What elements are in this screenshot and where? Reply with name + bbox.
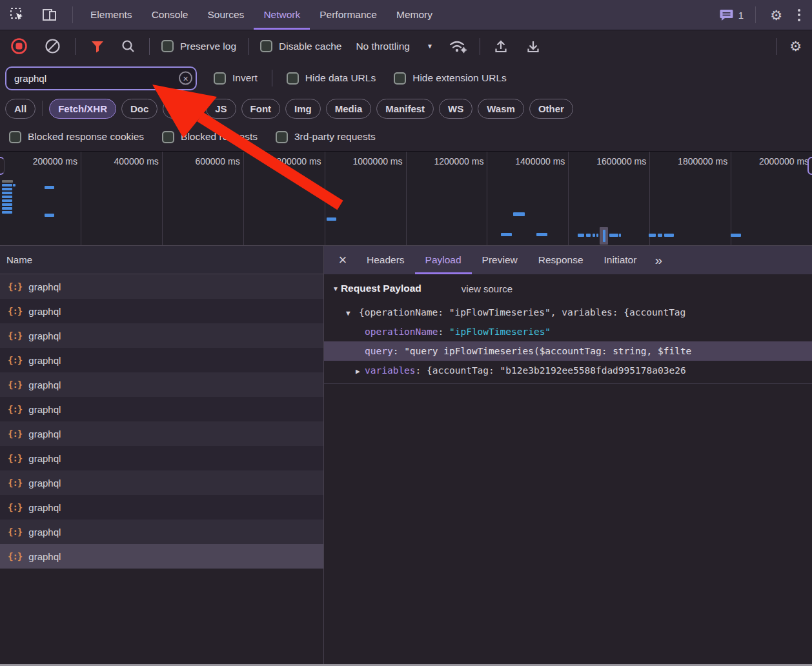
waterfall-bar[interactable]: [2, 184, 12, 187]
import-har-icon[interactable]: [493, 39, 509, 54]
type-chip-doc[interactable]: Doc: [121, 99, 157, 119]
throttling-dropdown-arrow-icon[interactable]: ▼: [427, 43, 433, 50]
query-row-highlighted[interactable]: query: "query ipFlowTimeseries($accountT…: [324, 341, 812, 361]
waterfall-bar[interactable]: [2, 207, 12, 210]
waterfall-bar[interactable]: [513, 212, 525, 216]
waterfall-bar[interactable]: [593, 234, 595, 237]
blocked-response-cookies-checkbox[interactable]: [9, 131, 21, 143]
timeline-left-grip[interactable]: [0, 157, 5, 175]
waterfall-bar[interactable]: [619, 234, 621, 237]
section-caret-icon[interactable]: ▼: [332, 285, 339, 292]
payload-root-row[interactable]: ▼{operationName: "ipFlowTimeseries", var…: [324, 303, 812, 322]
network-conditions-icon[interactable]: [449, 38, 469, 55]
settings-gear-icon[interactable]: ⚙: [770, 8, 782, 22]
type-chip-font[interactable]: Font: [241, 99, 280, 119]
request-row-graphql-9[interactable]: {:}graphql: [0, 470, 323, 495]
type-chip-manifest[interactable]: Manifest: [376, 99, 434, 119]
waterfall-bar[interactable]: [578, 234, 584, 237]
waterfall-bar[interactable]: [731, 234, 741, 237]
detail-tab-payload[interactable]: Payload: [415, 246, 472, 274]
inspect-element-icon[interactable]: [9, 6, 26, 23]
tab-console[interactable]: Console: [142, 0, 198, 30]
filter-input[interactable]: [5, 66, 197, 90]
request-row-graphql-4[interactable]: {:}graphql: [0, 348, 323, 372]
type-chip-all[interactable]: All: [5, 99, 36, 119]
clear-filter-icon[interactable]: ×: [179, 72, 192, 85]
invert-checkbox[interactable]: [214, 72, 226, 85]
filter-funnel-icon[interactable]: [90, 39, 105, 54]
waterfall-bar[interactable]: [609, 234, 618, 237]
waterfall-bar[interactable]: [45, 186, 54, 189]
waterfall-bar[interactable]: [2, 180, 13, 183]
type-chip-css[interactable]: CSS: [163, 99, 201, 119]
clear-network-log-button[interactable]: [45, 38, 61, 54]
waterfall-bar[interactable]: [2, 188, 12, 190]
waterfall-bar[interactable]: [2, 203, 12, 206]
waterfall-bar[interactable]: [2, 199, 12, 202]
blocked-requests-checkbox[interactable]: [162, 131, 174, 143]
request-row-graphql-8[interactable]: {:}graphql: [0, 446, 323, 470]
waterfall-bar[interactable]: [658, 234, 662, 237]
detail-tab-initiator[interactable]: Initiator: [594, 246, 647, 274]
waterfall-bar[interactable]: [649, 234, 656, 237]
detail-tab-preview[interactable]: Preview: [472, 246, 528, 274]
preserve-log-checkbox[interactable]: [161, 40, 174, 52]
more-options-icon[interactable]: [798, 9, 800, 21]
request-payload-section-header[interactable]: ▼ Request Payload view source: [324, 274, 812, 303]
waterfall-bar[interactable]: [45, 214, 54, 217]
waterfall-bar[interactable]: [596, 234, 598, 237]
detail-tab-response[interactable]: Response: [528, 246, 594, 274]
type-chip-img[interactable]: Img: [285, 99, 321, 119]
export-har-icon[interactable]: [525, 39, 541, 54]
waterfall-bar[interactable]: [327, 217, 336, 221]
request-row-graphql-12[interactable]: {:}graphql: [0, 544, 323, 569]
more-detail-tabs-icon[interactable]: »: [655, 246, 662, 274]
device-toolbar-icon[interactable]: [41, 6, 58, 23]
waterfall-bar[interactable]: [586, 234, 591, 237]
type-chip-ws[interactable]: WS: [439, 99, 472, 119]
3rd-party-requests-checkbox[interactable]: [276, 131, 288, 143]
search-icon[interactable]: [121, 39, 136, 54]
type-chip-js[interactable]: JS: [206, 99, 236, 119]
network-settings-gear-icon[interactable]: ⚙: [789, 39, 802, 53]
network-overview-timeline[interactable]: 200000 ms400000 ms600000 ms800000 ms1000…: [0, 151, 812, 246]
waterfall-bar[interactable]: [603, 230, 605, 242]
request-row-graphql-10[interactable]: {:}graphql: [0, 495, 323, 520]
type-chip-fetch-xhr[interactable]: Fetch/XHR: [49, 99, 116, 119]
request-row-graphql-6[interactable]: {:}graphql: [0, 397, 323, 421]
caret-right-icon[interactable]: ▶: [356, 362, 365, 380]
request-row-graphql-2[interactable]: {:}graphql: [0, 299, 323, 323]
waterfall-bar[interactable]: [501, 233, 512, 236]
hide-data-urls-checkbox[interactable]: [287, 72, 299, 85]
waterfall-bar[interactable]: [536, 233, 547, 236]
request-row-graphql-7[interactable]: {:}graphql: [0, 421, 323, 446]
timeline-right-grip[interactable]: [807, 157, 812, 175]
waterfall-bar[interactable]: [2, 211, 12, 214]
caret-down-icon[interactable]: ▼: [346, 304, 359, 322]
operation-name-row[interactable]: operationName: "ipFlowTimeseries": [324, 322, 812, 341]
name-column-header[interactable]: Name: [0, 246, 323, 274]
throttling-select[interactable]: No throttling: [356, 41, 410, 52]
type-chip-other[interactable]: Other: [529, 99, 573, 119]
waterfall-bar[interactable]: [2, 192, 12, 194]
request-row-graphql-3[interactable]: {:}graphql: [0, 323, 323, 348]
waterfall-bar[interactable]: [664, 234, 674, 237]
tab-network[interactable]: Network: [254, 0, 310, 30]
hide-extension-urls-checkbox[interactable]: [394, 72, 406, 85]
request-row-graphql-5[interactable]: {:}graphql: [0, 372, 323, 397]
tab-elements[interactable]: Elements: [81, 0, 142, 30]
close-details-icon[interactable]: ×: [332, 246, 354, 274]
tab-memory[interactable]: Memory: [387, 0, 442, 30]
waterfall-bar[interactable]: [2, 196, 12, 198]
disable-cache-checkbox[interactable]: [260, 40, 272, 52]
waterfall-bar[interactable]: [13, 184, 15, 187]
record-button[interactable]: [10, 37, 28, 55]
type-chip-media[interactable]: Media: [326, 99, 372, 119]
variables-row[interactable]: ▶variables: {accountTag: "b12e3b2192ee55…: [324, 361, 812, 380]
request-row-graphql-1[interactable]: {:}graphql: [0, 274, 323, 299]
type-chip-wasm[interactable]: Wasm: [478, 99, 524, 119]
tab-performance[interactable]: Performance: [310, 0, 387, 30]
issues-counter[interactable]: 1: [720, 9, 744, 21]
view-source-link[interactable]: view source: [462, 283, 513, 294]
tab-sources[interactable]: Sources: [198, 0, 254, 30]
